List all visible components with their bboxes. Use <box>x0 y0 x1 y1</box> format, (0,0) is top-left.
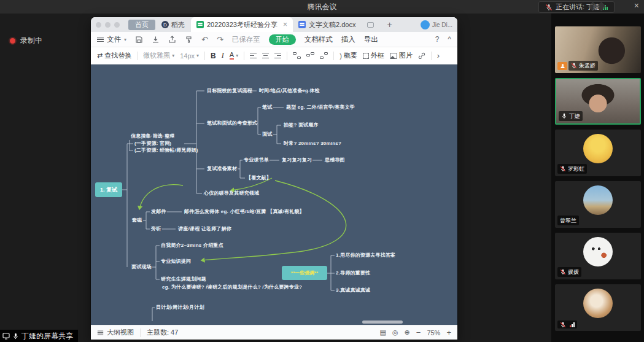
help-icon[interactable]: ? <box>435 35 440 44</box>
mindmap-node[interactable]: 题型 eg. 二外/语言学/英美文学 <box>286 104 355 111</box>
tab-document-2[interactable]: 文字文稿2.docx <box>293 17 379 32</box>
outline-icon: ) <box>339 52 342 60</box>
mindmap-node[interactable]: 专业知识提问 <box>161 258 191 265</box>
doc-style-menu[interactable]: 文档样式 <box>305 35 333 44</box>
image-button[interactable]: 图片 <box>390 51 413 60</box>
tab-docer[interactable]: D 稻壳 <box>161 20 185 29</box>
mindmap-node[interactable]: 抽签? 面试顺序 <box>284 122 319 128</box>
participant-tile[interactable]: 丁婕 <box>555 78 641 125</box>
mindmap-node[interactable]: 日计划/周计划/月计划 <box>156 305 204 311</box>
participant-tile[interactable]: 曾翠兰 <box>555 181 641 228</box>
undo-icon[interactable]: ↶ <box>201 35 208 44</box>
mindmap-root-node[interactable]: 1. 复试 <box>95 182 122 197</box>
insert-subtopic-icon[interactable] <box>306 52 314 59</box>
mindmap-emphasis-node[interactable]: **一些强调** <box>282 266 327 280</box>
mindmap-node[interactable]: 套磁 <box>132 217 142 223</box>
mic-muted-icon <box>560 322 566 328</box>
participant-tile[interactable]: 罗彩虹 <box>555 130 641 176</box>
mindmap-node[interactable]: 自我简介2~3mins 介绍重点 <box>161 243 223 249</box>
mindmap-node[interactable]: 时间/地点/其他准备eg.体检 <box>259 88 320 94</box>
tab-active-document[interactable]: 20220323考研经验分享 × <box>191 17 293 32</box>
mindmap-node[interactable]: 专业课书单 <box>244 157 269 163</box>
frame-button[interactable]: 外框 <box>363 51 384 60</box>
participants-sidebar: 朱孟娇 丁婕 罗彩虹 <box>551 14 644 342</box>
traffic-light-zoom-icon[interactable] <box>114 22 120 28</box>
mindmap-node[interactable]: 笔试和面试的考查形式 <box>207 120 257 126</box>
wps-tabbar: 首页 D 稻壳 20220323考研经验分享 × 文字文稿2.docx + Ji… <box>91 17 457 32</box>
wps-menubar: 文件 ▾ ↶ ↷ 已保存至 开始 文档样式 插入 导出 ? ^ <box>91 32 457 47</box>
mindmap-node[interactable]: eg. 为什么要读研? /读研之后的规划是什么? /为什么要跨专业? <box>162 284 302 290</box>
participant-tile[interactable] <box>555 284 641 331</box>
image-icon <box>390 53 397 59</box>
mic-muted-icon <box>560 269 566 275</box>
save-icon[interactable] <box>135 36 143 44</box>
mindmap-node[interactable]: 研究生生涯规划问题 <box>161 276 206 282</box>
account-name: Jie Di... <box>432 21 452 28</box>
align-left-icon[interactable] <box>250 53 257 58</box>
mindmap-node[interactable]: 2.导师的重要性 <box>336 270 370 276</box>
font-color-button[interactable]: A▾ <box>230 52 238 60</box>
mindmap-node[interactable]: 面试 <box>262 131 272 138</box>
share-icon[interactable] <box>168 36 176 44</box>
align-right-icon[interactable] <box>274 53 281 58</box>
mindmap-node[interactable]: 讲座/课程 让老师了解你 <box>178 226 231 232</box>
mindmap-node[interactable]: 复试准备素材 <box>207 166 237 172</box>
insert-menu[interactable]: 插入 <box>341 35 355 44</box>
relation-line-icon[interactable] <box>320 52 328 59</box>
download-icon[interactable] <box>152 36 160 44</box>
zoom-level[interactable]: 75% <box>427 329 440 336</box>
font-size-select[interactable]: 14px▾ <box>180 52 199 60</box>
font-family-select[interactable]: 微软雅黑▾ <box>143 51 174 60</box>
mindmap-node[interactable]: (二手资源: 经验帖/师兄师姐) <box>134 147 198 154</box>
locate-icon[interactable]: ⊕ <box>405 328 410 336</box>
chevron-down-icon: ▾ <box>172 53 174 58</box>
comment-icon[interactable] <box>367 22 374 28</box>
readonly-icon[interactable]: ▤ <box>380 328 386 336</box>
close-window-button[interactable]: × <box>634 1 639 10</box>
mindmap-node[interactable]: 发邮件 <box>151 209 166 215</box>
insert-topic-icon[interactable] <box>293 52 301 59</box>
align-center-icon[interactable] <box>262 53 269 58</box>
mindmap-canvas[interactable]: 1. 复试 **一些强调** 信息搜集·筛选·整理 (一手资源: 官网) (二手… <box>91 64 457 325</box>
mindmap-node[interactable]: 复习复习复习 <box>282 157 312 163</box>
zoom-out-button[interactable]: − <box>416 328 421 337</box>
find-replace-button[interactable]: ⇄ 查找替换 <box>97 51 131 60</box>
mindmap-node[interactable]: 目标院校的复试流程 <box>207 88 252 94</box>
mindmap-node[interactable]: 笔试 <box>262 104 272 111</box>
new-tab-button[interactable]: + <box>387 20 392 29</box>
close-tab-icon[interactable]: × <box>283 20 287 29</box>
mindmap-node[interactable]: 时常? 20mins? 30mins? <box>284 141 341 147</box>
traffic-light-minimize-icon[interactable] <box>105 22 111 28</box>
mindmap-node[interactable]: 1.用尽你的资源去寻找答案 <box>336 252 395 258</box>
mindmap-node[interactable]: 信息搜集·筛选·整理 <box>131 133 174 139</box>
zoom-in-button[interactable]: + <box>446 328 451 337</box>
more-tools-icon[interactable]: › <box>437 51 440 60</box>
participant-tile[interactable]: 朱孟娇 <box>555 26 641 73</box>
tab-home[interactable]: 首页 <box>128 20 155 30</box>
outline-view-button[interactable]: 大纲视图 <box>97 328 134 337</box>
bold-button[interactable]: B <box>211 52 216 60</box>
export-menu[interactable]: 导出 <box>364 35 378 44</box>
mindmap-node[interactable]: 面试现场 <box>131 264 152 270</box>
italic-button[interactable]: I <box>222 51 224 60</box>
mindmap-node[interactable]: 心仪的硕导及其研究领域 <box>204 190 259 196</box>
redo-icon[interactable]: ↷ <box>217 35 223 44</box>
account-chip[interactable]: Jie Di... <box>421 20 452 29</box>
mindmap-node[interactable]: 旁听 <box>151 226 161 232</box>
collapse-toolbar-icon[interactable]: ^ <box>448 35 451 44</box>
participant-name: 曾翠兰 <box>560 217 576 225</box>
format-painter-icon[interactable] <box>185 36 193 44</box>
mindmap-node[interactable]: 思维导图 <box>325 157 345 163</box>
start-menu-tab[interactable]: 开始 <box>269 34 296 45</box>
traffic-light-close-icon[interactable] <box>96 22 101 28</box>
participant-tile[interactable]: 媛媛 <box>555 233 641 279</box>
outline-button[interactable]: )概要 <box>339 51 357 60</box>
mindmap-node[interactable]: 邮件怎么发得体 eg. 小红书/b站/豆瓣 【真诚/有礼貌】 <box>184 209 305 215</box>
horizontal-scrollbar[interactable] <box>362 321 403 324</box>
mindmap-node[interactable]: 3.真诚真诚真诚 <box>336 287 370 293</box>
link-icon[interactable] <box>418 52 425 60</box>
mindmap-node[interactable]: 【看文献】 <box>246 175 271 181</box>
file-menu[interactable]: 文件 ▾ <box>97 35 126 44</box>
presentation-icon[interactable]: ◎ <box>392 328 398 336</box>
mindmap-node[interactable]: (一手资源: 官网) <box>134 141 171 147</box>
